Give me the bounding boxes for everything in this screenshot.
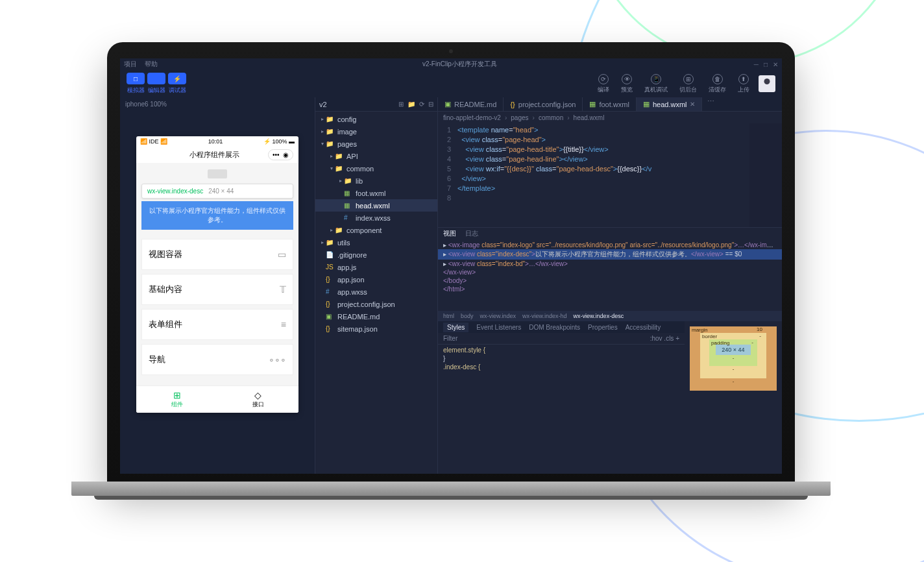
tree-item[interactable]: # index.wxss: [315, 212, 437, 224]
collapse-icon[interactable]: ⊟: [428, 101, 433, 108]
elements-tree[interactable]: ▸ <wx-image class="index-logo" src="../r…: [438, 239, 782, 311]
styles-subtab[interactable]: Styles: [443, 323, 468, 332]
devtools-tab[interactable]: 日志: [465, 229, 478, 238]
dom-path[interactable]: htmlbodywx-view.indexwx-view.index-hdwx-…: [438, 311, 782, 321]
breadcrumb-segment[interactable]: head.wxml: [574, 114, 605, 121]
element-node[interactable]: ▸ <wx-view class="index-desc">以下将展示小程序官方…: [438, 249, 782, 260]
laptop-base: [71, 482, 831, 496]
dom-path-segment[interactable]: html: [443, 313, 454, 319]
editor-tab[interactable]: ▦ foot.wxml: [583, 97, 636, 111]
camera-dot: [449, 49, 453, 53]
breadcrumb: fino-applet-demo-v2›pages›common›head.wx…: [438, 112, 782, 123]
code-editor[interactable]: 1<template name="head">2 <view class="pa…: [438, 123, 782, 227]
devtools-panel: 视图日志 ▸ <wx-image class="index-logo" src=…: [438, 227, 782, 474]
tree-item[interactable]: {} sitemap.json: [315, 323, 437, 335]
tree-item[interactable]: ▸ 📁 utils: [315, 236, 437, 249]
styles-subtab[interactable]: DOM Breakpoints: [529, 324, 580, 331]
element-node[interactable]: ▸ <wx-view class="index-bd">…</wx-view>: [438, 260, 782, 268]
new-file-icon[interactable]: ⊞: [398, 101, 404, 108]
css-rules[interactable]: element.style {}.index-desc {</span></di…: [438, 345, 685, 373]
device-label: iphone6 100%: [125, 101, 167, 108]
menu-help[interactable]: 帮助: [145, 60, 158, 69]
tree-item[interactable]: {} project.config.json: [315, 298, 437, 310]
maximize-icon[interactable]: □: [764, 61, 768, 68]
devtools-tab[interactable]: 视图: [443, 229, 456, 238]
tab-overflow-icon[interactable]: ⋯: [702, 97, 720, 111]
toolbar-action-2[interactable]: 📱 真机调试: [644, 74, 668, 94]
styles-subtab[interactable]: Event Listeners: [476, 324, 521, 331]
mini-app-menu[interactable]: ••• ◉: [268, 149, 293, 160]
user-avatar[interactable]: [759, 75, 775, 92]
dom-path-segment[interactable]: wx-view.index: [480, 313, 517, 319]
status-signal: 📶 IDE 📶: [140, 138, 167, 145]
logo-placeholder: [208, 169, 227, 178]
tree-item[interactable]: ▦ head.wxml: [315, 199, 437, 212]
refresh-icon[interactable]: ⟳: [419, 101, 424, 108]
tree-item[interactable]: ▾ 📁 pages: [315, 138, 437, 150]
phone-simulator[interactable]: 📶 IDE 📶 10:01 ⚡ 100% ▬ 小程序组件展示 ••• ◉: [136, 136, 298, 413]
tree-item[interactable]: ▣ README.md: [315, 310, 437, 323]
dom-path-segment[interactable]: body: [461, 313, 474, 319]
styles-filter-input[interactable]: Filter: [443, 335, 457, 342]
minimize-icon[interactable]: ─: [754, 61, 759, 68]
tree-item[interactable]: ▸ 📁 component: [315, 224, 437, 236]
sim-list-item[interactable]: 视图容器▭: [141, 239, 293, 270]
tree-item[interactable]: ▦ foot.wxml: [315, 187, 437, 199]
phone-tab[interactable]: ◇接口: [217, 386, 298, 413]
sim-list-item[interactable]: 基础内容𝕋: [141, 274, 293, 305]
element-node[interactable]: </html>: [438, 285, 782, 293]
menu-project[interactable]: 项目: [124, 60, 137, 69]
element-node[interactable]: </body>: [438, 276, 782, 285]
toolbar-action-3[interactable]: ⊞ 切后台: [679, 74, 697, 94]
dom-path-segment[interactable]: wx-view.index-hd: [522, 313, 567, 319]
phone-tab[interactable]: ⊞组件: [136, 386, 217, 413]
highlighted-element[interactable]: 以下将展示小程序官方组件能力，组件样式仅供参考。: [141, 201, 293, 230]
tree-item[interactable]: JS app.js: [315, 261, 437, 273]
inspect-tooltip: wx-view.index-desc 240 × 44: [141, 184, 293, 199]
content-dimensions: 240 × 44: [716, 345, 751, 355]
tooltip-dimensions: 240 × 44: [208, 188, 234, 195]
editor-tab[interactable]: ▣ README.md: [438, 97, 504, 111]
toolbar-action-1[interactable]: 👁 预览: [621, 74, 633, 94]
dom-path-segment[interactable]: wx-view.index-desc: [574, 313, 624, 319]
tree-item[interactable]: 📄 .gitignore: [315, 249, 437, 261]
styles-subtab[interactable]: Accessibility: [626, 324, 661, 331]
toolbar-pill-1[interactable]: 编辑器: [147, 73, 165, 95]
breadcrumb-segment[interactable]: common: [539, 114, 563, 121]
tree-item[interactable]: ▸ 📁 API: [315, 150, 437, 162]
close-icon[interactable]: ✕: [773, 61, 778, 68]
tree-item[interactable]: ▾ 📁 common: [315, 162, 437, 175]
editor-tab[interactable]: ▦ head.wxml✕: [637, 97, 703, 111]
app-window: 项目 帮助 v2-FinClip小程序开发工具 ─ □ ✕ □ 模拟器 编辑器 …: [120, 58, 782, 474]
status-time: 10:01: [208, 138, 223, 145]
element-node[interactable]: </wx-view>: [438, 268, 782, 276]
new-folder-icon[interactable]: 📁: [407, 101, 415, 108]
styles-filter-toggles[interactable]: :hov .cls +: [650, 335, 679, 342]
tree-item[interactable]: ▸ 📁 image: [315, 125, 437, 138]
toolbar-action-0[interactable]: ⟳ 编译: [598, 74, 609, 94]
sim-list-item[interactable]: 导航∘∘∘: [141, 344, 293, 375]
toolbar: □ 模拟器 编辑器 ⚡ 调试器 ⟳ 编译 👁 预览 📱 真机调试 ⊞ 切后台: [120, 70, 782, 97]
tree-item[interactable]: {} app.json: [315, 273, 437, 286]
minimap[interactable]: [749, 123, 782, 227]
toolbar-action-5[interactable]: ⬆ 上传: [738, 74, 749, 94]
titlebar: 项目 帮助 v2-FinClip小程序开发工具 ─ □ ✕: [120, 58, 782, 70]
tree-item[interactable]: # app.wxss: [315, 286, 437, 298]
editor-tab[interactable]: {} project.config.json: [504, 97, 583, 111]
tab-close-icon[interactable]: ✕: [690, 101, 695, 108]
explorer-root: v2: [319, 101, 327, 108]
breadcrumb-segment[interactable]: pages: [511, 114, 528, 121]
tree-item[interactable]: ▸ 📁 config: [315, 113, 437, 125]
toolbar-pill-0[interactable]: □ 模拟器: [127, 73, 145, 95]
element-node[interactable]: ▸ <wx-image class="index-logo" src="../r…: [438, 241, 782, 249]
styles-subtab[interactable]: Properties: [588, 324, 618, 331]
tooltip-selector: wx-view.index-desc: [147, 188, 203, 195]
toolbar-pill-2[interactable]: ⚡ 调试器: [168, 73, 186, 95]
sim-list-item[interactable]: 表单组件≡: [141, 309, 293, 340]
breadcrumb-segment[interactable]: fino-applet-demo-v2: [443, 114, 501, 121]
toolbar-action-4[interactable]: 🗑 清缓存: [709, 74, 726, 94]
file-explorer: v2 ⊞ 📁 ⟳ ⊟ ▸ 📁 config ▸ 📁 image: [315, 97, 438, 474]
mini-app-title: 小程序组件展示: [161, 150, 268, 160]
margin-top-value: 10: [757, 326, 762, 332]
tree-item[interactable]: ▸ 📁 lib: [315, 175, 437, 187]
